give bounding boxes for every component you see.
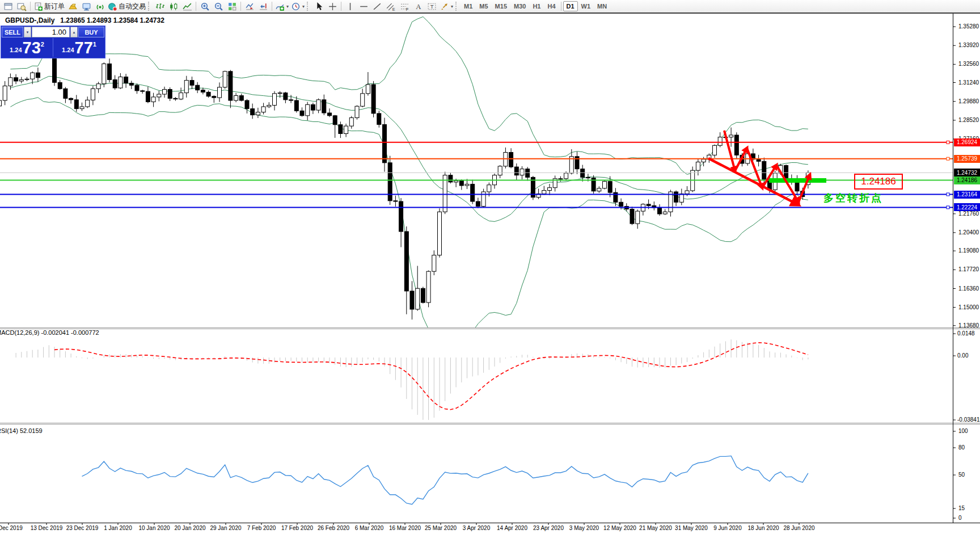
toolbar-separator xyxy=(240,2,241,11)
timeframe-m30[interactable]: M30 xyxy=(510,1,529,11)
sell-price-prefix: 1.24 xyxy=(10,47,22,53)
fibonacci-tool-button[interactable]: F xyxy=(398,1,411,12)
chart-title: GBPUSD-,Daily1.23865 1.24893 1.23584 1.2… xyxy=(5,16,164,24)
new-order-button-label: 新订单 xyxy=(44,2,65,11)
signals-icon[interactable] xyxy=(93,1,107,12)
buy-button[interactable]: BUY xyxy=(78,27,104,37)
price-line-label: 1.22224 xyxy=(954,203,980,211)
price-line-label: 1.25739 xyxy=(954,155,980,163)
sell-button[interactable]: SELL xyxy=(2,27,23,37)
cursor-tool-button[interactable] xyxy=(312,1,326,12)
sell-quote[interactable]: 1.24 73 2 xyxy=(1,38,53,57)
price-axis-tick: 1.15000 xyxy=(958,304,979,310)
price-chart[interactable] xyxy=(0,0,980,534)
price-axis-tick: 1.31240 xyxy=(958,79,979,86)
trade-panel-controls: SELL ▼ 1.00 ▲ BUY xyxy=(1,26,105,38)
price-axis-tick: 1.16360 xyxy=(958,285,979,292)
svg-text:A: A xyxy=(416,3,421,11)
toolbar-grip xyxy=(148,2,151,11)
price-tag-annotation[interactable]: 1.24186 xyxy=(854,174,903,190)
timeframe-h4[interactable]: H4 xyxy=(544,1,559,11)
price-axis-tick: 1.21760 xyxy=(958,211,979,217)
timeframe-h1[interactable]: H1 xyxy=(529,1,544,11)
buy-price-prefix: 1.24 xyxy=(62,47,74,53)
price-axis-tick: 1.35280 xyxy=(958,23,979,30)
price-axis-tick: 1.13680 xyxy=(958,322,979,329)
top-toolbar: 新订单自动交易▾▾EFAT▾M1M5M15M30H1H4D1W1MN xyxy=(0,0,980,12)
periods-button[interactable]: ▾ xyxy=(290,1,306,12)
volume-input[interactable]: 1.00 xyxy=(32,27,70,37)
trendline-tool-button[interactable] xyxy=(370,1,384,12)
sell-price-big: 73 xyxy=(23,41,41,55)
zoom-in-button[interactable] xyxy=(198,1,212,12)
macd-indicator-label: MACD(12,26,9) -0.002041 -0.000772 xyxy=(0,329,99,336)
trade-panel-quotes: 1.24 73 2 1.24 77 1 xyxy=(1,38,105,57)
gold-icon[interactable] xyxy=(66,1,79,12)
macd-axis-tick: -0.038415 xyxy=(957,417,980,423)
auto-scroll-button[interactable] xyxy=(256,1,270,12)
chevron-down-icon: ▾ xyxy=(451,4,453,9)
chevron-down-icon: ▾ xyxy=(302,4,305,9)
chart-window-top-border xyxy=(0,12,980,14)
hline-tool-button[interactable] xyxy=(357,1,370,12)
rsi-axis-tick: 0 xyxy=(958,515,962,521)
remote-terminal-icon[interactable] xyxy=(79,1,93,12)
chevron-down-icon: ▾ xyxy=(286,4,289,9)
timeframe-mn[interactable]: MN xyxy=(594,1,610,11)
channel-tool-button[interactable]: E xyxy=(384,1,398,12)
timeframe-m15[interactable]: M15 xyxy=(492,1,510,11)
chart-shift-button[interactable] xyxy=(243,1,256,12)
svg-text:T: T xyxy=(430,3,433,10)
vline-tool-button[interactable] xyxy=(343,1,357,12)
arrows-tool-button[interactable]: ▾ xyxy=(438,1,454,12)
rsi-pane[interactable] xyxy=(82,456,808,504)
one-click-trading-panel: SELL ▼ 1.00 ▲ BUY 1.24 73 2 1.24 77 1 xyxy=(1,26,105,58)
zoom-out-button[interactable] xyxy=(212,1,225,12)
buy-price-sup: 1 xyxy=(93,41,96,48)
toolbar-separator xyxy=(561,2,561,11)
text-label-tool-button[interactable]: T xyxy=(425,1,438,12)
date-axis-label: Dec 2019 xyxy=(0,525,23,531)
toolbar-grip xyxy=(455,2,458,11)
bar-chart-button[interactable] xyxy=(153,1,167,12)
price-line-label: 1.24186 xyxy=(954,176,980,184)
timeframe-m5[interactable]: M5 xyxy=(476,1,491,11)
main-price-pane[interactable] xyxy=(0,17,953,340)
toolbar-separator xyxy=(30,2,31,11)
autotrading-button[interactable]: 自动交易 xyxy=(107,1,147,12)
rsi-axis-tick: 100 xyxy=(958,428,968,434)
macd-pane[interactable] xyxy=(16,339,808,420)
price-axis-tick: 1.20400 xyxy=(958,229,979,236)
toolbar-separator xyxy=(341,2,341,11)
price-axis-tick: 1.32560 xyxy=(958,61,979,67)
timeframe-w1[interactable]: W1 xyxy=(578,1,594,11)
volume-decrease-button[interactable]: ▼ xyxy=(24,27,31,37)
price-axis-tick: 1.19080 xyxy=(958,247,979,254)
chart-symbol-period: GBPUSD-,Daily xyxy=(5,16,54,24)
price-line-label: 1.24732 xyxy=(954,169,980,176)
text-tool-button[interactable]: A xyxy=(411,1,425,12)
indicators-button[interactable]: ▾ xyxy=(274,1,290,12)
price-line-label: 1.26924 xyxy=(954,138,980,146)
buy-quote[interactable]: 1.24 77 1 xyxy=(53,38,105,57)
chart-window-icon[interactable] xyxy=(1,1,15,12)
chart-ohlc-values: 1.23865 1.24893 1.23584 1.24732 xyxy=(60,16,164,24)
macd-axis-tick: 0.0148 xyxy=(957,330,975,337)
chart-profile-icon[interactable] xyxy=(15,1,28,12)
tile-windows-button[interactable] xyxy=(225,1,239,12)
timeframe-d1[interactable]: D1 xyxy=(563,1,578,11)
candlestick-chart-button[interactable] xyxy=(167,1,180,12)
crosshair-tool-button[interactable] xyxy=(326,1,339,12)
volume-increase-button[interactable]: ▲ xyxy=(70,27,78,37)
new-order-button[interactable]: 新订单 xyxy=(32,1,66,12)
rsi-axis-tick: 50 xyxy=(958,472,965,478)
turning-point-note[interactable]: 多空转折点 xyxy=(823,191,883,205)
price-axis-tick: 1.28520 xyxy=(958,117,979,123)
date-axis-label: 28 Jun 2020 xyxy=(776,525,822,531)
line-chart-button[interactable] xyxy=(180,1,194,12)
sell-price-sup: 2 xyxy=(41,41,44,48)
macd-axis-tick: 0.00 xyxy=(957,352,968,359)
price-line-label: 1.23164 xyxy=(954,191,980,199)
timeframe-m1[interactable]: M1 xyxy=(461,1,476,11)
toolbar-grip xyxy=(307,2,310,11)
